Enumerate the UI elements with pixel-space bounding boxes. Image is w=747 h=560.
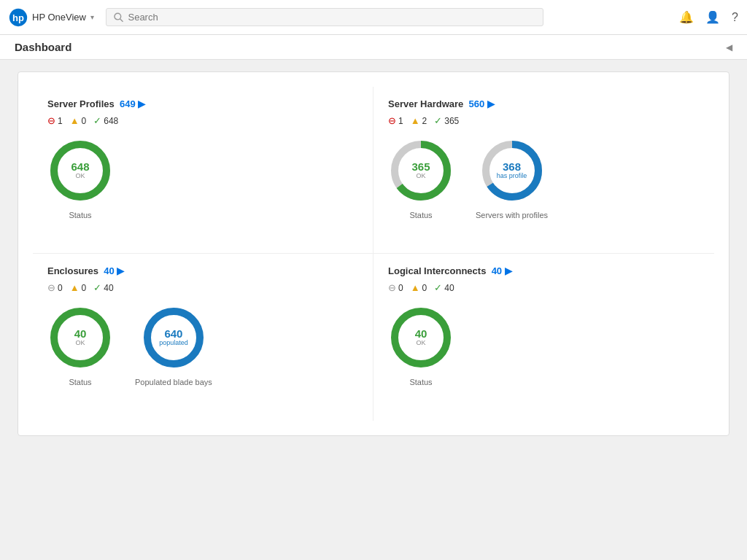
sh-ok-icon: ✓: [434, 115, 442, 126]
widget-logical-interconnects: Logical Interconnects 40 ▶ ⊖ 0 ▲ 0: [374, 254, 714, 421]
enc-warning-icon: ▲: [70, 282, 80, 293]
sh-status-donut[interactable]: 365 OK: [388, 138, 454, 203]
li-status-label: Status: [409, 378, 432, 386]
enc-populated-label: Populated blade bays: [135, 378, 212, 386]
widget-server-hardware-title: Server Hardware 560 ▶: [388, 98, 700, 109]
dashboard-title: Dashboard: [15, 41, 71, 53]
sp-status-label: Status: [69, 211, 91, 219]
li-status-donut[interactable]: 40 OK: [388, 305, 454, 370]
li-error-icon: ⊖: [388, 282, 396, 293]
sp-status-chart: 648 OK Status: [47, 138, 113, 219]
warning-icon: ▲: [70, 115, 80, 126]
widget-server-profiles: Server Profiles 649 ▶ ⊖ 1 ▲ 0 ✓: [33, 87, 374, 254]
sp-badge-ok: ✓ 648: [93, 115, 118, 126]
search-icon: [114, 12, 124, 23]
svg-point-2: [115, 13, 121, 20]
svg-point-11: [147, 311, 200, 364]
sh-status-chart: 365 OK Status: [388, 138, 454, 219]
enc-badge-ok: ✓ 40: [93, 282, 113, 293]
dashboard-header: Dashboard ◀: [0, 35, 747, 60]
widget-li-title: Logical Interconnects 40 ▶: [388, 265, 700, 276]
sp-badge-warning: ▲ 0: [70, 115, 87, 126]
sh-count[interactable]: 560 ▶: [466, 98, 495, 109]
enc-status-chart: 40 OK Status: [47, 305, 113, 386]
sp-charts: 648 OK Status: [47, 138, 358, 219]
enc-status-donut[interactable]: 40 OK: [47, 305, 113, 370]
svg-line-3: [120, 18, 123, 21]
ok-icon: ✓: [93, 115, 101, 126]
sh-badge-warning: ▲ 2: [411, 115, 427, 126]
main-content: Server Profiles 649 ▶ ⊖ 1 ▲ 0 ✓: [0, 60, 747, 560]
user-icon[interactable]: 👤: [705, 10, 720, 24]
sh-charts: 365 OK Status: [388, 138, 700, 219]
search-box[interactable]: [106, 8, 543, 26]
sh-profiles-label: Servers with profiles: [476, 211, 548, 219]
enc-status-label: Status: [69, 378, 91, 386]
sp-badges: ⊖ 1 ▲ 0 ✓ 648: [47, 115, 358, 126]
help-icon[interactable]: ?: [732, 11, 738, 24]
navbar: hp HP OneView ▾ 🔔 👤 ?: [0, 0, 747, 35]
navbar-icons: 🔔 👤 ?: [679, 10, 738, 24]
li-status-chart: 40 OK Status: [388, 305, 454, 386]
enc-badges: ⊖ 0 ▲ 0 ✓ 40: [47, 282, 358, 293]
enc-ok-icon: ✓: [93, 282, 101, 293]
svg-point-10: [54, 311, 107, 364]
brand-logo[interactable]: hp HP OneView ▾: [9, 8, 94, 27]
dashboard-card: Server Profiles 649 ▶ ⊖ 1 ▲ 0 ✓: [18, 71, 729, 436]
sp-status-donut[interactable]: 648 OK: [47, 138, 113, 203]
bell-icon[interactable]: 🔔: [679, 10, 694, 24]
sh-profiles-chart: 368 has profile Servers with profiles: [476, 138, 548, 219]
sh-status-label: Status: [409, 211, 432, 219]
brand-name: HP OneView: [32, 12, 86, 23]
sp-count[interactable]: 649 ▶: [117, 98, 145, 109]
enc-populated-chart: 640 populated Populated blade bays: [135, 305, 212, 386]
enc-count[interactable]: 40 ▶: [101, 265, 125, 276]
enc-badge-warning: ▲ 0: [70, 282, 87, 293]
widget-enclosures-title: Enclosures 40 ▶: [47, 265, 358, 276]
app-window: hp HP OneView ▾ 🔔 👤 ? Dashboard ◀: [0, 0, 747, 560]
li-warning-icon: ▲: [411, 282, 420, 293]
sh-badge-ok: ✓ 365: [434, 115, 459, 126]
widget-server-hardware: Server Hardware 560 ▶ ⊖ 1 ▲ 2 ✓: [374, 87, 714, 254]
sh-error-icon: ⊖: [388, 115, 396, 126]
li-badges: ⊖ 0 ▲ 0 ✓ 40: [388, 282, 700, 293]
svg-point-12: [395, 311, 447, 364]
sh-badges: ⊖ 1 ▲ 2 ✓ 365: [388, 115, 700, 126]
error-icon: ⊖: [47, 115, 55, 126]
sp-badge-error: ⊖ 1: [47, 115, 63, 126]
sh-profiles-donut[interactable]: 368 has profile: [479, 138, 545, 203]
hp-logo-icon: hp: [9, 8, 28, 27]
svg-point-5: [54, 144, 107, 197]
enc-charts: 40 OK Status 640: [47, 305, 358, 386]
enc-error-icon: ⊖: [47, 282, 55, 293]
li-badge-error: ⊖ 0: [388, 282, 403, 293]
li-ok-icon: ✓: [434, 282, 442, 293]
enc-badge-error: ⊖ 0: [47, 282, 63, 293]
li-badge-warning: ▲ 0: [411, 282, 427, 293]
enc-populated-donut[interactable]: 640 populated: [141, 305, 206, 370]
collapse-button[interactable]: ◀: [726, 42, 732, 52]
brand-chevron-icon[interactable]: ▾: [90, 13, 94, 21]
li-charts: 40 OK Status: [388, 305, 700, 386]
li-badge-ok: ✓ 40: [434, 282, 454, 293]
widget-server-profiles-title: Server Profiles 649 ▶: [47, 98, 358, 109]
widget-enclosures: Enclosures 40 ▶ ⊖ 0 ▲ 0 ✓: [33, 254, 374, 421]
search-input[interactable]: [128, 12, 535, 23]
sh-badge-error: ⊖ 1: [388, 115, 403, 126]
li-count[interactable]: 40 ▶: [489, 265, 512, 276]
svg-text:hp: hp: [12, 12, 24, 23]
sh-warning-icon: ▲: [411, 115, 420, 126]
